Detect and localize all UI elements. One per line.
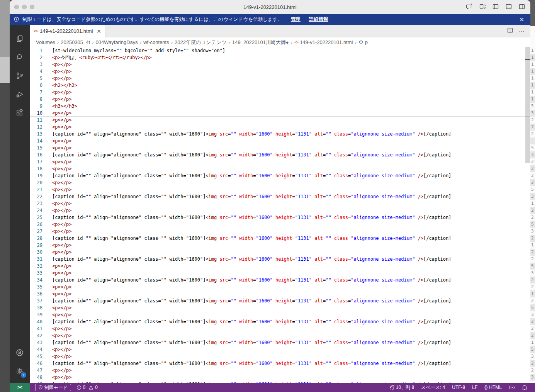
encoding-status[interactable]: UTF-8 (452, 385, 465, 390)
search-icon[interactable] (10, 48, 29, 66)
code-line[interactable]: 30<p></p> (30, 249, 530, 256)
code-line[interactable]: 44<p></p> (30, 346, 530, 353)
line-number: 46 (30, 360, 42, 367)
code-line[interactable]: 25[caption id="" align="alignnone" class… (30, 214, 530, 221)
source-control-icon[interactable] (10, 66, 29, 85)
code-line[interactable]: 36<p></p> (30, 290, 530, 297)
code-line[interactable]: 26<p></p> (30, 221, 530, 228)
code-line[interactable]: 19[caption id="" align="alignnone" class… (30, 172, 530, 179)
breadcrumb-separator: › (140, 39, 141, 45)
code-line[interactable]: 41<p></p> (30, 325, 530, 332)
code-line[interactable]: 3<p></p> (30, 61, 530, 68)
code-line[interactable]: 31[caption id="" align="alignnone" class… (30, 256, 530, 263)
indentation-status[interactable]: スペース: 4 (421, 384, 445, 391)
breadcrumb-item[interactable]: 149_20220101川崎大師● (232, 39, 289, 46)
code-line[interactable]: 32<p></p> (30, 263, 530, 270)
code-line[interactable]: 38<p></p> (30, 304, 530, 311)
line-number: 18 (30, 165, 42, 172)
code-line[interactable]: 10<p></p> (30, 110, 530, 117)
explorer-icon[interactable] (10, 29, 29, 48)
tab-close-icon[interactable]: ✕ (97, 28, 101, 34)
restricted-mode-banner: 制限モードは、安全なコード参照のためのものです。すべての機能を有効にするには、こ… (10, 14, 530, 25)
code-line[interactable]: 29<p></p> (30, 242, 530, 249)
code-line[interactable]: 43[caption id="" align="alignnone" class… (30, 339, 530, 346)
more-actions-icon[interactable]: ⋯ (519, 28, 525, 35)
breadcrumb-item[interactable]: Volumes (36, 39, 55, 45)
code-line[interactable]: 21<p></p> (30, 186, 530, 193)
account-icon[interactable] (10, 343, 29, 362)
code-line[interactable]: 11<p></p> (30, 117, 530, 124)
customize-layout-icon[interactable] (479, 3, 486, 10)
code-line[interactable]: 6<h2></h2> (30, 82, 530, 89)
toggle-secondary-sidebar-icon[interactable] (518, 3, 526, 10)
vertical-scrollbar[interactable] (525, 47, 530, 392)
remote-indicator[interactable]: >< (10, 383, 30, 392)
code-line[interactable]: 46[caption id="" align="alignnone" class… (30, 360, 530, 367)
error-count: 0 (83, 385, 86, 390)
copilot-chat-icon[interactable] (465, 3, 473, 10)
code-line[interactable]: 34[caption id="" align="alignnone" class… (30, 277, 530, 283)
editor[interactable]: 1[st-widecolumn myclass="" bgcolor="" ad… (30, 47, 530, 392)
line-number: 38 (30, 304, 42, 311)
errors-icon (76, 385, 82, 390)
symbol-element-icon (358, 40, 363, 45)
code-line[interactable]: 12<p></p> (30, 124, 530, 131)
code-line[interactable]: 48<p></p> (30, 374, 530, 381)
activity-bar: 1 (10, 25, 30, 392)
code-line[interactable]: 40[caption id="" align="alignnone" class… (30, 318, 530, 325)
cursor-position-status[interactable]: 行 10、列 8 (390, 384, 414, 391)
line-number: 3 (30, 61, 42, 68)
code-line[interactable]: 42<p></p> (30, 332, 530, 339)
learn-more-link[interactable]: 詳細情報 (309, 16, 328, 23)
code-line[interactable]: 35<p></p> (30, 283, 530, 290)
code-line[interactable]: 45<p></p> (30, 353, 530, 360)
split-editor-icon[interactable] (507, 27, 513, 35)
code-line[interactable]: 16[caption id="" align="alignnone" class… (30, 151, 530, 158)
line-number: 26 (30, 221, 42, 228)
code-line[interactable]: 14<p></p> (30, 137, 530, 144)
code-line[interactable]: 7<p></p> (30, 89, 530, 96)
code-line[interactable]: 39<p></p> (30, 311, 530, 318)
notifications-bell-icon[interactable] (522, 385, 527, 390)
scrollbar-thumb[interactable] (525, 47, 530, 163)
code-line[interactable]: 27<p></p> (30, 228, 530, 235)
restricted-mode-status[interactable]: 制限モード (35, 384, 71, 391)
code-line[interactable]: 1[st-widecolumn myclass="" bgcolor="" ad… (30, 47, 530, 54)
run-debug-icon[interactable] (10, 85, 29, 104)
copilot-status-icon[interactable] (509, 385, 515, 390)
code-line[interactable]: 15<p></p> (30, 144, 530, 151)
code-line[interactable]: 37[caption id="" align="alignnone" class… (30, 297, 530, 304)
code-line[interactable]: 20<p></p> (30, 179, 530, 186)
eol-status[interactable]: LF (472, 385, 477, 390)
code-line[interactable]: 9<h3></h3> (30, 103, 530, 110)
code-line[interactable]: 8<p></p> (30, 96, 530, 103)
code-line[interactable]: 13[caption id="" align="alignnone" class… (30, 131, 530, 137)
code-line[interactable]: 4<p></p> (30, 68, 530, 75)
breadcrumb-item[interactable]: 004WayfaringDays (95, 39, 138, 45)
breadcrumb-item[interactable]: p (358, 39, 368, 45)
problems-status[interactable]: 0 0 (76, 385, 98, 390)
code-line[interactable]: 33<p></p> (30, 270, 530, 277)
code-line[interactable]: 28[caption id="" align="alignnone" class… (30, 235, 530, 242)
code-line[interactable]: 22[caption id="" align="alignnone" class… (30, 193, 530, 200)
extensions-icon[interactable] (10, 104, 29, 122)
breadcrumb-item[interactable]: 2022年度のコンテンツ (175, 39, 227, 46)
toggle-primary-sidebar-icon[interactable] (492, 3, 499, 10)
language-mode-status[interactable]: {} HTML (484, 385, 502, 390)
code-line[interactable]: 47<p></p> (30, 367, 530, 374)
breadcrumb-item[interactable]: 20250305_4t (61, 39, 90, 45)
code-line[interactable]: 2<p>今回は、<ruby><rt></rt></ruby></p> (30, 54, 530, 61)
banner-close-icon[interactable]: ✕ (517, 16, 527, 23)
tab-active-file[interactable]: <> 149-v1-202220101.html ✕ (30, 25, 105, 37)
code-line[interactable]: 18<p></p> (30, 165, 530, 172)
settings-gear-icon[interactable]: 1 (10, 362, 29, 380)
breadcrumb-item[interactable]: <>149-v1-202220101.html (294, 39, 353, 45)
manage-link[interactable]: 管理 (291, 16, 301, 23)
code-line[interactable]: 17<p></p> (30, 158, 530, 165)
code-line[interactable]: 24<p></p> (30, 207, 530, 214)
line-number: 44 (30, 346, 42, 353)
code-line[interactable]: 5<p></p> (30, 75, 530, 82)
breadcrumb-item[interactable]: wf-contents (143, 39, 169, 45)
code-line[interactable]: 23<p></p> (30, 200, 530, 207)
toggle-panel-icon[interactable] (505, 3, 513, 10)
